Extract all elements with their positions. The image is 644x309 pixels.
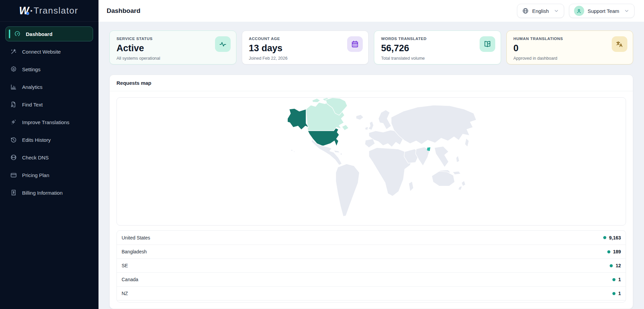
app-logo: W‣Translator xyxy=(0,0,99,22)
magic-wand-icon xyxy=(10,48,17,55)
map-hawaii xyxy=(294,151,295,152)
requests-map-body: United States 9,163 Bangladesh 189 SE 12… xyxy=(110,91,633,309)
country-value: 1 xyxy=(618,291,621,296)
map-iceland xyxy=(356,115,363,120)
list-item[interactable]: BR 1 xyxy=(117,300,626,303)
globe-icon xyxy=(10,154,17,161)
card-subtext: Total translated volume xyxy=(381,56,494,61)
list-item[interactable]: Canada 1 xyxy=(117,272,626,286)
sidebar-item-label: Connect Website xyxy=(22,49,61,55)
content: SERVICE STATUS Active All systems operat… xyxy=(99,22,644,309)
requests-map-card: Requests map xyxy=(109,75,633,309)
country-name: NZ xyxy=(122,291,128,296)
sidebar-item-label: Find Text xyxy=(22,102,43,108)
sidebar-nav: Dashboard Connect Website Settings Analy… xyxy=(0,22,99,205)
map-iberia xyxy=(365,139,375,148)
receipt-dollar-icon xyxy=(10,189,17,196)
list-item[interactable]: United States 9,163 xyxy=(117,231,626,245)
bar-chart-icon xyxy=(10,83,17,90)
main-area: Dashboard English Support Team xyxy=(99,0,644,309)
map-new-zealand xyxy=(458,186,462,190)
user-menu-label: Support Team xyxy=(588,8,619,14)
sidebar-item-find-text[interactable]: Find Text xyxy=(5,97,93,112)
country-value: 9,163 xyxy=(609,235,621,240)
calendar-icon xyxy=(347,36,363,52)
sidebar-item-connect-website[interactable]: Connect Website xyxy=(5,44,93,59)
globe-icon xyxy=(522,7,529,14)
sidebar-item-edits-history[interactable]: Edits History xyxy=(5,132,93,147)
sidebar-item-check-dns[interactable]: Check DNS xyxy=(5,150,93,165)
country-name: Bangladesh xyxy=(122,249,147,254)
sidebar-item-label: Pricing Plan xyxy=(22,172,49,178)
card-subtext: Joined Feb 22, 2026 xyxy=(249,56,362,61)
map-hispaniola xyxy=(340,153,342,155)
card-value: 0 xyxy=(514,43,626,54)
language-selector[interactable]: English xyxy=(517,4,564,18)
teal-dot-icon xyxy=(612,278,615,281)
map-united-states xyxy=(308,128,339,147)
chevron-down-icon xyxy=(554,8,559,14)
card-subtext: All systems operational xyxy=(117,56,229,61)
map-alaska xyxy=(287,109,309,130)
page-title: Dashboard xyxy=(107,7,140,15)
card-account-age: ACCOUNT AGE 13 days Joined Feb 22, 2026 xyxy=(242,31,369,64)
card-value: 13 days xyxy=(249,43,362,54)
sidebar-item-improve-translations[interactable]: Improve Translations xyxy=(5,115,93,130)
country-value: 189 xyxy=(613,249,621,254)
teal-dot-icon xyxy=(607,250,610,253)
translate-icon xyxy=(612,36,627,52)
language-label: English xyxy=(532,8,549,14)
sidebar-item-label: Dashboard xyxy=(26,31,52,37)
map-south-america xyxy=(336,164,360,216)
sidebar-item-pricing-plan[interactable]: Pricing Plan xyxy=(5,168,93,182)
country-value: 12 xyxy=(615,263,621,268)
map-indonesia xyxy=(453,171,461,175)
map-uk xyxy=(368,121,374,130)
sidebar-item-settings[interactable]: Settings xyxy=(5,62,93,77)
map-newfoundland xyxy=(342,125,348,131)
map-philippines xyxy=(456,156,460,162)
card-value: 56,726 xyxy=(381,43,494,54)
requests-map-title: Requests map xyxy=(110,75,633,91)
document-search-icon xyxy=(10,101,17,108)
list-item[interactable]: Bangladesh 189 xyxy=(117,245,626,258)
card-service-status: SERVICE STATUS Active All systems operat… xyxy=(109,31,236,64)
card-human-translations: HUMAN TRANSLATIONS 0 Approved in dashboa… xyxy=(506,31,633,64)
map-new-zealand xyxy=(462,181,466,186)
country-request-list: United States 9,163 Bangladesh 189 SE 12… xyxy=(117,230,626,303)
list-item[interactable]: SE 12 xyxy=(117,258,626,272)
gauge-icon xyxy=(14,31,21,37)
sidebar-item-analytics[interactable]: Analytics xyxy=(5,79,93,94)
country-name: Canada xyxy=(122,277,138,282)
teal-dot-icon xyxy=(612,292,615,295)
sidebar-item-label: Analytics xyxy=(22,84,42,90)
sparkles-icon xyxy=(10,119,17,125)
map-australia xyxy=(432,171,455,186)
logo-wordmark: Translator xyxy=(34,5,78,16)
map-madagascar xyxy=(409,181,413,192)
sidebar-item-label: Settings xyxy=(22,66,40,72)
sidebar: W‣Translator Dashboard Connect Website S… xyxy=(0,0,99,309)
sidebar-item-billing-information[interactable]: Billing Information xyxy=(5,185,93,200)
card-label: WORDS TRANSLATED xyxy=(381,37,494,41)
logo-triangle-icon: ‣ xyxy=(30,8,33,14)
stat-cards: SERVICE STATUS Active All systems operat… xyxy=(109,31,633,64)
map-scandinavia xyxy=(378,110,391,130)
teal-dot-icon xyxy=(610,264,613,267)
user-menu[interactable]: Support Team xyxy=(569,4,634,18)
sidebar-item-label: Improve Translations xyxy=(22,119,69,125)
topbar-controls: English Support Team xyxy=(517,4,634,18)
card-words-translated: WORDS TRANSLATED 56,726 Total translated… xyxy=(374,31,501,64)
avatar xyxy=(574,6,584,16)
map-cuba xyxy=(334,150,340,153)
sidebar-item-dashboard[interactable]: Dashboard xyxy=(5,26,93,41)
logo-w-mark: W xyxy=(19,5,29,17)
card-label: HUMAN TRANSLATIONS xyxy=(514,37,626,41)
map-arctic-island xyxy=(312,98,320,102)
world-map[interactable] xyxy=(117,97,626,226)
map-japan xyxy=(465,138,469,147)
country-value: 1 xyxy=(618,277,621,282)
country-name: United States xyxy=(122,235,150,240)
map-hawaii xyxy=(291,150,293,151)
list-item[interactable]: NZ 1 xyxy=(117,286,626,300)
